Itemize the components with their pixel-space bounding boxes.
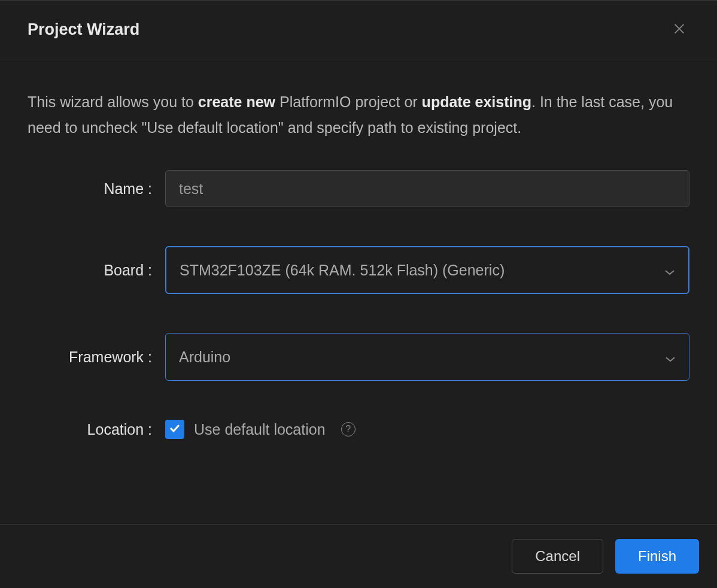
modal-footer: Cancel Finish	[0, 524, 717, 588]
modal-title: Project Wizard	[28, 20, 139, 39]
chevron-down-icon	[665, 348, 676, 366]
name-label: Name :	[28, 180, 165, 198]
framework-select-value: Arduino	[179, 348, 230, 366]
modal-body: This wizard allows you to create new Pla…	[0, 59, 717, 524]
board-select[interactable]: STM32F103ZE (64k RAM. 512k Flash) (Gener…	[165, 246, 689, 294]
close-icon	[673, 22, 686, 37]
description-text: This wizard allows you to	[28, 93, 198, 110]
form-row-framework: Framework : Arduino	[28, 333, 689, 381]
chevron-down-icon	[664, 262, 675, 279]
project-wizard-modal: Project Wizard This wizard allows you to…	[0, 0, 717, 588]
form-row-location: Location : Use default location ?	[28, 420, 689, 439]
description-bold: update existing	[422, 93, 531, 110]
checkmark-icon	[169, 423, 181, 435]
finish-button[interactable]: Finish	[615, 539, 699, 574]
form-row-name: Name :	[28, 170, 689, 207]
location-checkbox-row: Use default location ?	[165, 420, 689, 439]
description-text: PlatformIO project or	[275, 93, 422, 110]
framework-select[interactable]: Arduino	[165, 333, 689, 381]
location-label: Location :	[28, 421, 165, 438]
board-label: Board :	[28, 262, 165, 279]
description-bold: create new	[198, 93, 275, 110]
board-select-value: STM32F103ZE (64k RAM. 512k Flash) (Gener…	[180, 262, 505, 279]
location-checkbox-label: Use default location	[194, 421, 326, 438]
close-button[interactable]	[669, 19, 689, 41]
help-icon[interactable]: ?	[341, 422, 356, 437]
name-input[interactable]	[165, 170, 689, 207]
wizard-description: This wizard allows you to create new Pla…	[28, 89, 689, 140]
form-row-board: Board : STM32F103ZE (64k RAM. 512k Flash…	[28, 246, 689, 294]
framework-label: Framework :	[28, 348, 165, 366]
modal-header: Project Wizard	[0, 1, 717, 59]
location-checkbox[interactable]	[165, 420, 184, 439]
cancel-button[interactable]: Cancel	[512, 539, 603, 574]
